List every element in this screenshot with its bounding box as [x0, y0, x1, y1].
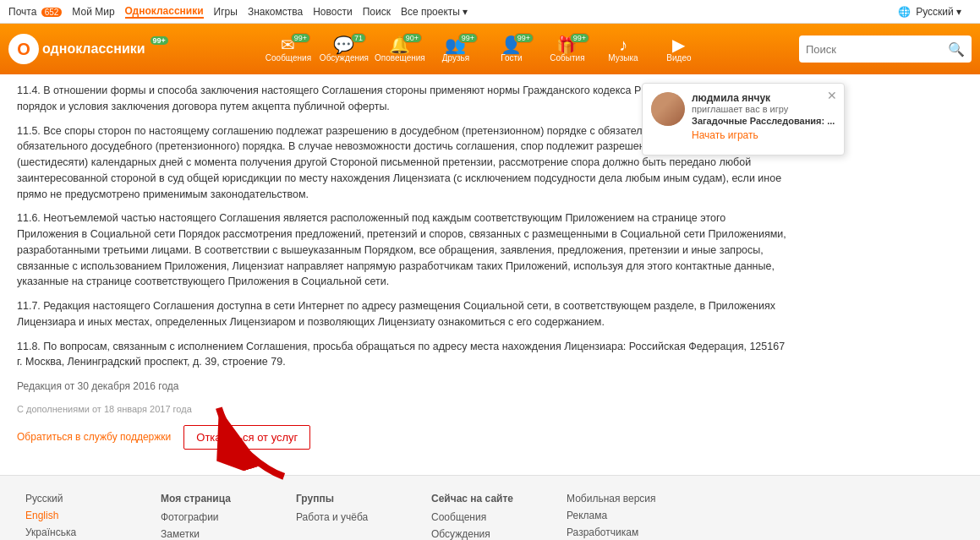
footer-notes[interactable]: Заметки: [161, 528, 262, 540]
video-label: Видео: [666, 53, 691, 63]
nav-video[interactable]: ▶ Видео: [654, 36, 704, 63]
popup-play-link[interactable]: Начать играть: [692, 129, 758, 141]
discussions-badge: 71: [351, 33, 366, 43]
action-buttons: Обратиться в службу поддержки Отказаться…: [17, 425, 786, 450]
lang-english[interactable]: English: [25, 510, 127, 521]
footer: Русский English Українська Қазақ тілі Հա…: [0, 475, 980, 541]
header-bar: O одноклассники 99+ 99+ ✉ Сообщения 71 💬…: [0, 24, 980, 74]
popup-header: людмила янчук приглашает вас в игру Зага…: [651, 92, 835, 141]
footer-groups: Группы Работа и учёба Мои игры Развлечен…: [296, 493, 397, 541]
footer-mobile-version[interactable]: Мобильная версия: [567, 493, 668, 505]
popup-game-name: Загадочные Расследования: ...: [692, 116, 835, 126]
globe-icon: 🌐: [898, 6, 911, 18]
my-page-title: Моя страница: [161, 493, 262, 505]
language-selector[interactable]: Русский ▾: [916, 6, 961, 18]
nav-poisk[interactable]: Поиск: [363, 6, 391, 18]
footer-ads[interactable]: Реклама: [567, 510, 668, 521]
date-line: Редакция от 30 декабря 2016 года: [17, 379, 786, 394]
nav-events[interactable]: 99+ 🎁 События: [542, 36, 593, 63]
nav-pochta[interactable]: Почта 652: [8, 6, 62, 18]
footer-messages[interactable]: Сообщения: [431, 511, 533, 523]
messages-badge: 99+: [291, 33, 310, 43]
footer-photos[interactable]: Фотографии: [161, 511, 262, 523]
nav-znakomstva[interactable]: Знакомства: [248, 6, 303, 18]
notifications-label: Оповещения: [375, 53, 425, 63]
footer-discussions[interactable]: Обсуждения: [431, 528, 533, 540]
popup-name: людмила янчук: [692, 92, 835, 104]
popup-avatar-image: [651, 92, 685, 126]
footer-developers[interactable]: Разработчикам: [567, 526, 668, 538]
logo[interactable]: O одноклассники 99+: [8, 34, 168, 64]
events-label: События: [550, 53, 584, 63]
paragraph-11-6: 11.6. Неотъемлемой частью настоящего Сог…: [17, 210, 786, 290]
music-label: Музыка: [608, 53, 638, 63]
guests-label: Гости: [501, 53, 522, 63]
footer-on-site: Сейчас на сайте Сообщения Обсуждения Опо…: [431, 493, 533, 541]
on-site-title: Сейчас на сайте: [431, 493, 533, 505]
nav-friends[interactable]: 99+ 👥 Друзья: [430, 36, 481, 63]
header-nav-icons: 99+ ✉ Сообщения 71 💬 Обсуждения 90+ 🔔 Оп…: [177, 36, 791, 63]
support-link[interactable]: Обратиться в службу поддержки: [17, 429, 171, 445]
footer-mobile: Мобильная версия Реклама Разработчикам Р…: [567, 493, 668, 541]
popup-invite-text: приглашает вас в игру: [692, 104, 835, 114]
lang-russian[interactable]: Русский: [25, 493, 127, 505]
guests-badge: 99+: [514, 33, 534, 43]
logo-ok-icon: O: [8, 34, 39, 64]
popup-close-button[interactable]: ✕: [827, 89, 837, 102]
popup-notification: людмила янчук приглашает вас в игру Зага…: [642, 83, 845, 155]
paragraph-11-7: 11.7. Редакция настоящего Соглашения дос…: [17, 298, 786, 330]
content-area: 11.4. В отношении формы и способа заключ…: [0, 74, 980, 475]
nav-guests[interactable]: 99+ 👤 Гости: [486, 36, 537, 63]
popup-avatar: [651, 92, 685, 126]
video-icon: ▶: [672, 36, 685, 53]
footer-work-study[interactable]: Работа и учёба: [296, 511, 397, 523]
nav-notifications[interactable]: 90+ 🔔 Оповещения: [375, 36, 425, 63]
additions-line: С дополнениями от 18 января 2017 года: [17, 402, 786, 417]
footer-my-page: Моя страница Фотографии Заметки Праздник…: [161, 493, 262, 541]
footer-languages: Русский English Українська Қазақ тілі Հա…: [25, 493, 127, 541]
nav-projects[interactable]: Все проекты ▾: [401, 6, 468, 18]
nav-games[interactable]: Игры: [214, 6, 238, 18]
nav-discussions[interactable]: 71 💬 Обсуждения: [319, 36, 370, 63]
notifications-badge: 90+: [402, 33, 422, 43]
discussions-label: Обсуждения: [320, 53, 369, 63]
groups-title: Группы: [296, 493, 397, 505]
events-badge: 99+: [570, 33, 589, 43]
popup-info: людмила янчук приглашает вас в игру Зага…: [692, 92, 835, 141]
nav-messages[interactable]: 99+ ✉ Сообщения: [263, 36, 314, 63]
pochta-badge: 652: [41, 8, 63, 17]
messages-label: Сообщения: [266, 53, 311, 63]
search-input[interactable]: [806, 43, 948, 56]
lang-ukrainian[interactable]: Українська: [25, 526, 127, 538]
logo-text: одноклассники: [42, 41, 145, 57]
top-nav-right: 🌐 Русский ▾: [898, 6, 972, 18]
nav-moimir[interactable]: Мой Мир: [72, 6, 114, 18]
friends-label: Друзья: [442, 53, 469, 63]
nav-music[interactable]: ♪ Музыка: [598, 36, 649, 63]
header-search[interactable]: 🔍: [799, 35, 972, 63]
paragraph-11-8: 11.8. По вопросам, связанным с исполнени…: [17, 339, 786, 371]
red-arrow: [194, 385, 314, 488]
logo-badge: 99+: [151, 36, 168, 45]
nav-novosti[interactable]: Новости: [313, 6, 352, 18]
friends-badge: 99+: [458, 33, 478, 43]
search-icon[interactable]: 🔍: [948, 41, 965, 57]
music-icon: ♪: [619, 36, 627, 53]
nav-odnoklassniki[interactable]: Одноклассники: [125, 5, 204, 19]
top-nav-bar: Почта 652 Мой Мир Одноклассники Игры Зна…: [0, 0, 980, 24]
